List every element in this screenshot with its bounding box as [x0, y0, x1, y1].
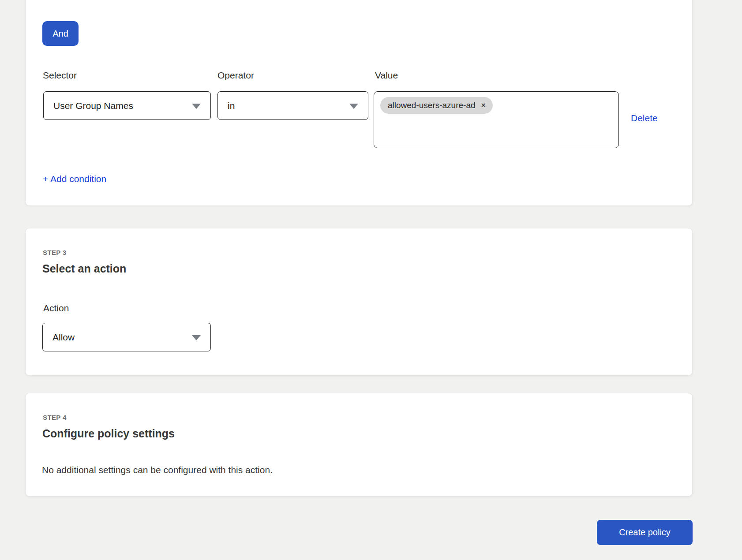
operator-dropdown-value: in — [228, 101, 235, 111]
chevron-down-icon — [192, 104, 201, 109]
value-multiselect-input[interactable]: allowed-users-azure-ad ✕ — [374, 91, 619, 148]
value-tag: allowed-users-azure-ad ✕ — [380, 97, 493, 114]
step4-title: Configure policy settings — [42, 427, 175, 440]
step4-eyebrow: STEP 4 — [43, 414, 67, 421]
operator-dropdown[interactable]: in — [217, 91, 368, 120]
action-label: Action — [43, 302, 69, 314]
step3-title: Select an action — [42, 262, 126, 275]
operator-label: Operator — [217, 70, 254, 81]
tag-remove-icon[interactable]: ✕ — [481, 102, 487, 108]
selector-label: Selector — [43, 70, 77, 81]
add-condition-link[interactable]: + Add condition — [43, 174, 106, 184]
and-connector-button[interactable]: And — [42, 21, 79, 46]
selector-dropdown-value: User Group Names — [53, 101, 133, 111]
step3-card — [25, 228, 693, 376]
value-tag-text: allowed-users-azure-ad — [388, 100, 476, 110]
create-policy-button[interactable]: Create policy — [597, 520, 693, 545]
step3-eyebrow: STEP 3 — [43, 249, 67, 256]
value-label: Value — [375, 70, 398, 81]
step4-card — [25, 393, 693, 497]
action-dropdown[interactable]: Allow — [42, 323, 211, 351]
chevron-down-icon — [349, 104, 358, 109]
step4-message: No additional settings can be configured… — [42, 465, 273, 475]
selector-dropdown[interactable]: User Group Names — [43, 91, 211, 120]
delete-condition-link[interactable]: Delete — [631, 113, 658, 123]
chevron-down-icon — [192, 335, 201, 340]
action-dropdown-value: Allow — [52, 332, 75, 343]
create-policy-page: And Selector Operator Value User Group N… — [0, 0, 742, 560]
